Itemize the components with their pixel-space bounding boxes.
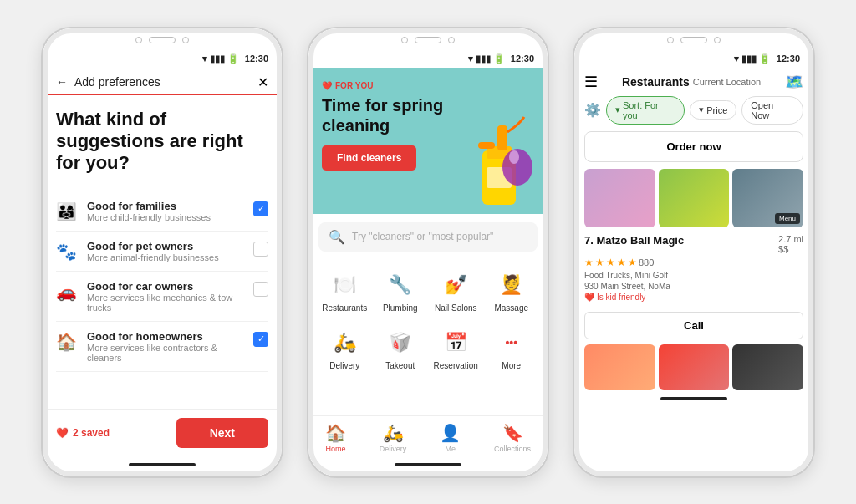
for-you-label: ❤️ FOR YOU xyxy=(322,81,534,90)
time-display-2: 12:30 xyxy=(511,53,534,64)
pets-checkbox[interactable] xyxy=(253,242,268,257)
phone-bottom-1 xyxy=(43,456,282,476)
preferences-content: What kind of suggestions are right for y… xyxy=(43,95,282,409)
close-icon[interactable]: ✕ xyxy=(257,74,268,90)
option-families: 👨‍👩‍👧 Good for families More child-frien… xyxy=(56,191,268,232)
phone-3: ▾ ▮▮▮ 🔋 12:30 ☰ Restaurants Current Loca… xyxy=(573,27,815,478)
status-icons-2: ▾ ▮▮▮ 🔋 12:30 xyxy=(468,53,534,64)
restaurant-tags: Food Trucks, Mini Golf xyxy=(584,271,803,280)
option-pets: 🐾 Good for pet owners More animal-friend… xyxy=(56,232,268,272)
status-bar-3: ▾ ▮▮▮ 🔋 12:30 xyxy=(574,48,813,68)
pets-text: Good for pet owners More animal-friendly… xyxy=(87,240,219,262)
phone-2: ▾ ▮▮▮ 🔋 12:30 ❤️ FOR YOU Time for spring… xyxy=(307,27,549,478)
nav-collections[interactable]: 🔖 Collections xyxy=(494,423,531,453)
header-left: ← Add preferences xyxy=(56,75,160,89)
food-image-4 xyxy=(584,344,655,390)
cat-plumbing[interactable]: 🔧 Plumbing xyxy=(374,265,427,318)
car-sublabel: More services like mechanics & tow truck… xyxy=(87,293,253,313)
sort-label: Sort: For you xyxy=(623,100,675,120)
call-button[interactable]: Call xyxy=(584,312,803,339)
cat-restaurants[interactable]: 🍽️ Restaurants xyxy=(318,265,371,318)
restaurants-label: Restaurants xyxy=(322,303,367,313)
pets-label: Good for pet owners xyxy=(87,240,219,252)
delivery-icon: 🛵 xyxy=(329,328,359,358)
distance-price: 2.7 mi $$ xyxy=(778,234,803,254)
price-label: Price xyxy=(706,105,727,115)
next-button[interactable]: Next xyxy=(176,418,268,448)
status-bar-2: ▾ ▮▮▮ 🔋 12:30 xyxy=(308,48,548,68)
filter-row: ⚙️ ▾ Sort: For you ▾ Price Open Now xyxy=(574,96,813,131)
restaurants-icon: 🍽️ xyxy=(329,270,359,300)
open-now-chip[interactable]: Open Now xyxy=(741,96,803,125)
price-chip[interactable]: ▾ Price xyxy=(690,100,736,120)
homeowners-label: Good for homeowners xyxy=(87,330,253,343)
home-indicator-3 xyxy=(660,397,727,400)
back-arrow-icon[interactable]: ← xyxy=(56,75,68,89)
status-icons: ▾ ▮▮▮ 🔋 12:30 xyxy=(202,53,268,64)
preferences-header: ← Add preferences ✕ xyxy=(43,68,282,95)
cat-nail-salons[interactable]: 💅 Nail Salons xyxy=(430,265,482,318)
phone-1: ▾ ▮▮▮ 🔋 12:30 ← Add preferences ✕ What k… xyxy=(41,27,283,478)
menu-hamburger-icon[interactable]: ☰ xyxy=(584,73,598,91)
me-nav-icon: 👤 xyxy=(440,423,461,443)
option-families-left: 👨‍👩‍👧 Good for families More child-frien… xyxy=(56,200,211,222)
massage-label: Massage xyxy=(494,303,528,313)
homeowners-checkbox[interactable]: ✓ xyxy=(253,332,268,347)
order-now-text: Order now xyxy=(666,140,721,153)
find-cleaners-button[interactable]: Find cleaners xyxy=(322,145,416,171)
svg-rect-3 xyxy=(478,142,495,149)
nail-salons-icon: 💅 xyxy=(441,270,471,300)
speaker-2 xyxy=(415,37,441,43)
families-checkbox[interactable]: ✓ xyxy=(253,201,268,216)
nav-me[interactable]: 👤 Me xyxy=(440,423,461,453)
food-image-5 xyxy=(659,344,730,390)
heart-icon: ❤️ xyxy=(56,427,69,439)
status-bar-1: ▾ ▮▮▮ 🔋 12:30 xyxy=(43,48,282,68)
phone-top-3 xyxy=(574,28,813,48)
filter-settings-icon[interactable]: ⚙️ xyxy=(584,102,601,118)
car-label: Good for car owners xyxy=(87,280,253,293)
status-icons-3: ▾ ▮▮▮ 🔋 12:30 xyxy=(734,53,800,64)
restaurant-images: Menu xyxy=(574,169,813,227)
cat-reservation[interactable]: 📅 Reservation xyxy=(430,323,482,375)
plumbing-icon: 🔧 xyxy=(385,270,415,300)
restaurants-header: ☰ Restaurants Current Location 🗺️ xyxy=(574,68,813,96)
cat-delivery[interactable]: 🛵 Delivery xyxy=(318,323,371,375)
order-now-banner[interactable]: Order now xyxy=(584,131,803,162)
nav-home[interactable]: 🏠 Home xyxy=(325,423,346,453)
signal-icon-3: ▮▮▮ xyxy=(741,53,757,64)
nav-delivery[interactable]: 🛵 Delivery xyxy=(380,423,407,453)
cat-takeout[interactable]: 🥡 Takeout xyxy=(374,323,427,375)
speaker xyxy=(149,37,176,43)
time-display: 12:30 xyxy=(245,53,268,64)
home-indicator-2 xyxy=(395,463,461,466)
signal-icon: ▮▮▮ xyxy=(210,53,225,64)
home-nav-icon: 🏠 xyxy=(325,423,346,443)
signal-icon-2: ▮▮▮ xyxy=(476,53,491,64)
delivery-nav-label: Delivery xyxy=(380,445,407,453)
restaurant-images-2 xyxy=(574,344,813,390)
massage-icon: 💆 xyxy=(497,270,527,300)
sort-chip[interactable]: ▾ Sort: For you xyxy=(606,96,685,125)
search-bar[interactable]: 🔍 Try "cleaners" or "most popular" xyxy=(318,222,538,252)
restaurant-name: 7. Matzo Ball Magic xyxy=(584,234,684,247)
restaurant-name-row: 7. Matzo Ball Magic 2.7 mi $$ xyxy=(584,234,803,254)
map-icon[interactable]: 🗺️ xyxy=(785,73,803,91)
star-2: ★ xyxy=(595,257,604,268)
home-nav-label: Home xyxy=(325,445,345,453)
star-half: ★ xyxy=(628,257,637,268)
cat-massage[interactable]: 💆 Massage xyxy=(486,265,538,318)
rating-stars: ★ ★ ★ ★ ★ 880 xyxy=(584,257,803,268)
cat-more[interactable]: ••• More xyxy=(486,323,538,375)
car-checkbox[interactable] xyxy=(253,282,268,297)
reservation-icon: 📅 xyxy=(441,328,471,358)
phone-bottom-3 xyxy=(574,390,813,410)
svg-point-6 xyxy=(509,150,519,164)
saved-text: 2 saved xyxy=(73,427,110,439)
option-car-left: 🚗 Good for car owners More services like… xyxy=(56,280,253,313)
categories-row2: 🛵 Delivery 🥡 Takeout 📅 Reservation ••• M… xyxy=(308,323,548,380)
kid-friendly-badge: ❤️ Is kid friendly xyxy=(584,293,803,302)
svg-rect-2 xyxy=(497,125,507,150)
preferences-question: What kind of suggestions are right for y… xyxy=(56,109,268,175)
saved-count: ❤️ 2 saved xyxy=(56,427,110,439)
